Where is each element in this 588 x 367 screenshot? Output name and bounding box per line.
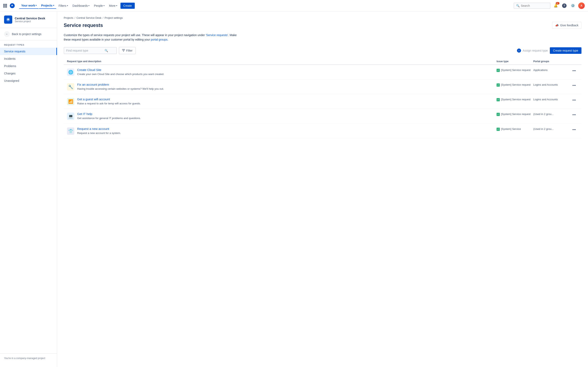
request-desc-account-problem: Having trouble accessing certain website… [77,87,497,91]
info-icon[interactable]: i [517,49,521,53]
sidebar-project-header: Central Service Desk Service project [0,16,57,28]
nav-item-your-work[interactable]: Your work ▾ [19,3,39,9]
sidebar-section-label: REQUEST TYPES [0,40,57,48]
request-icon-new-account: 👕 [67,127,74,135]
main-layout: Central Service Desk Service project ← B… [0,11,588,367]
table-row: 👕 Request a new account Request a new ac… [64,124,581,138]
create-button[interactable]: Create [121,3,135,9]
sidebar-footer: You're in a company-managed project [0,353,57,363]
search-icon: 🔍 [104,49,108,52]
request-info: Create Cloud Site Create your own Cloud … [77,68,497,76]
nav-item-filters[interactable]: Filters ▾ [57,3,70,8]
request-name-account-problem[interactable]: Fix an account problem [77,83,497,86]
issue-type-cell: ✓ [System] Service request [497,68,533,72]
megaphone-icon: 📣 [555,24,559,27]
request-name-new-account[interactable]: Request a new account [77,127,497,131]
request-desc-new-account: Request a new account for a system. [77,131,497,135]
request-type-cell: 👕 Request a new account Request a new ac… [67,127,497,135]
search-icon: 🔍 [516,4,520,7]
search-input[interactable] [521,4,547,7]
request-icon-account-problem: 🔧 [67,83,74,91]
nav-item-more[interactable]: More ▾ [107,3,119,8]
table-body: 🌐 Create Cloud Site Create your own Clou… [64,65,581,138]
issue-type-icon: ✓ [497,83,500,87]
sidebar-item-problems[interactable]: Problems [0,62,57,70]
assign-type-text: Assign request type [523,49,548,52]
issue-type-icon: ✓ [497,128,500,131]
request-info: Fix an account problem Having trouble ac… [77,83,497,91]
create-request-type-button[interactable]: Create request type [550,47,581,54]
table-header: Request type and description Issue type … [64,58,581,65]
request-type-cell: 💻 Get IT help Get assistance for general… [67,112,497,120]
request-info: Get a guest wifi account Raise a request… [77,98,497,105]
filter-icon [122,49,125,52]
service-requests-link[interactable]: 'Service requests' [206,33,228,37]
issue-type-icon: ✓ [497,113,500,116]
request-name-it-help[interactable]: Get IT help [77,112,497,116]
breadcrumb-project-settings[interactable]: Project settings [104,16,123,19]
page-title: Service requests [64,22,103,28]
issue-type-text: [System] Service request [501,83,531,86]
search-box[interactable]: 🔍 [514,3,550,9]
request-type-cell: 🔧 Fix an account problem Having trouble … [67,83,497,91]
project-type: Service project [15,20,53,23]
back-arrow-icon: ← [4,31,10,37]
filter-button[interactable]: Filter [119,47,136,54]
gear-icon: ⚙️ [571,4,575,8]
issue-type-text: [System] Service request [501,68,531,72]
chevron-down-icon: ▾ [53,4,54,7]
chevron-down-icon: ▾ [88,4,89,7]
chevron-down-icon: ▾ [104,4,104,7]
more-actions-button-1[interactable]: ••• [570,83,578,88]
nav-item-projects[interactable]: Projects ▾ [39,3,56,9]
sidebar-item-incidents[interactable]: Incidents [0,55,57,62]
request-desc-it-help: Get assistance for general IT problems a… [77,117,497,120]
breadcrumb-projects[interactable]: Projects [64,16,73,19]
nav-item-dashboards[interactable]: Dashboards ▾ [70,3,92,8]
request-icon-wifi: 📶 [67,98,74,105]
settings-button[interactable]: ⚙️ [570,2,576,9]
sidebar-item-service-requests[interactable]: Service requests [0,48,57,55]
more-actions-button-2[interactable]: ••• [570,98,578,103]
portal-groups-link[interactable]: portal groups [151,38,167,41]
sidebar-item-unassigned[interactable]: Unassigned [0,77,57,84]
nav-right: 🔍 🔔 9+ ? ⚙️ A [514,2,585,9]
sidebar-item-changes[interactable]: Changes [0,70,57,77]
request-desc-wifi: Raise a request to ask for temp wifi acc… [77,102,497,105]
issue-type-text: [System] Service request [501,98,531,101]
portal-groups-cell: (Used in 2 grou... [533,127,570,131]
page-description: Customize the types of service requests … [64,33,239,42]
more-actions-button-0[interactable]: ••• [570,68,578,73]
more-actions-button-3[interactable]: ••• [570,112,578,117]
page-header: Service requests 📣 Give feedback [64,22,581,29]
project-info: Central Service Desk Service project [15,17,53,23]
notifications-button[interactable]: 🔔 9+ [553,2,559,9]
portal-groups-cell: (Used in 2 grou... [533,112,570,116]
issue-type-cell: ✓ [System] Service request [497,112,533,116]
breadcrumb-central-service-desk[interactable]: Central Service Desk [77,16,102,19]
chevron-down-icon: ▾ [116,4,117,7]
find-request-type-wrapper[interactable]: 🔍 [64,47,117,54]
request-name-wifi[interactable]: Get a guest wifi account [77,98,497,101]
give-feedback-button[interactable]: 📣 Give feedback [552,22,582,29]
svg-rect-1 [5,4,6,5]
grid-icon[interactable] [3,4,7,8]
issue-type-text: [System] Service [501,127,521,131]
col-issue-type: Issue type [497,60,533,63]
help-button[interactable]: ? [561,2,568,9]
find-request-type-input[interactable] [66,49,103,52]
svg-rect-5 [6,5,7,6]
notification-badge: 9+ [556,2,559,4]
request-desc-cloud-site: Create your own Cloud Site and choose wh… [77,72,497,76]
nav-logo[interactable] [9,3,15,8]
breadcrumb-sep-2: / [103,16,104,19]
top-nav: Your work ▾ Projects ▾ Filters ▾ Dashboa… [0,0,588,11]
table-row: 💻 Get IT help Get assistance for general… [64,109,581,124]
nav-item-people[interactable]: People ▾ [92,3,107,8]
request-name-cloud-site[interactable]: Create Cloud Site [77,68,497,72]
main-content: Projects / Central Service Desk / Projec… [57,11,588,367]
svg-rect-4 [5,5,6,6]
avatar[interactable]: A [578,2,585,9]
back-to-project-settings-button[interactable]: ← Back to project settings [0,28,57,40]
more-actions-button-4[interactable]: ••• [570,127,578,132]
